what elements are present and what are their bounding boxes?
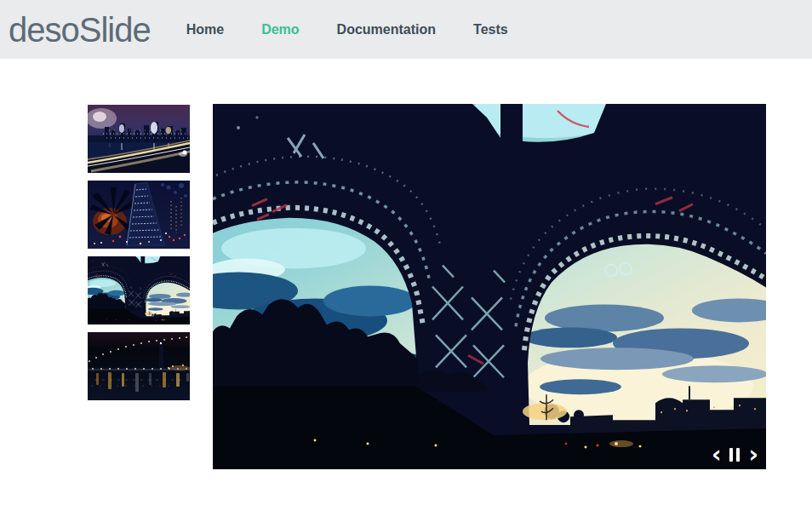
thumbnail-eiffel-tower-base[interactable] (88, 256, 190, 324)
pause-icon (736, 448, 740, 462)
eiffel-tower-thumb-image (88, 256, 190, 324)
thumbnail-city-skyline-night[interactable] (88, 105, 190, 173)
nav-home[interactable]: Home (186, 22, 224, 37)
bridge-night-image (88, 332, 190, 400)
slideshow-controls: ‹ › (712, 446, 758, 463)
pause-icon (729, 448, 733, 462)
pause-button[interactable] (728, 446, 741, 463)
nav-documentation[interactable]: Documentation (337, 22, 436, 37)
thumbnail-skyscrapers-night[interactable] (88, 181, 190, 249)
main-nav: Home Demo Documentation Tests (186, 22, 508, 37)
thumbnail-bridge-night[interactable] (88, 332, 190, 400)
slideshow-stage: ‹ › (213, 104, 766, 469)
nav-demo[interactable]: Demo (261, 22, 299, 37)
slide-image-eiffel-tower-base[interactable] (213, 104, 766, 469)
app-header: desoSlide Home Demo Documentation Tests (0, 0, 812, 59)
nav-tests[interactable]: Tests (473, 22, 508, 37)
prev-slide-button[interactable]: ‹ (712, 446, 722, 463)
skyscrapers-night-image (88, 181, 190, 249)
thumbnail-list (88, 105, 190, 408)
city-skyline-night-image (88, 105, 190, 173)
app-logo[interactable]: desoSlide (9, 13, 151, 47)
next-slide-button[interactable]: › (748, 446, 758, 463)
